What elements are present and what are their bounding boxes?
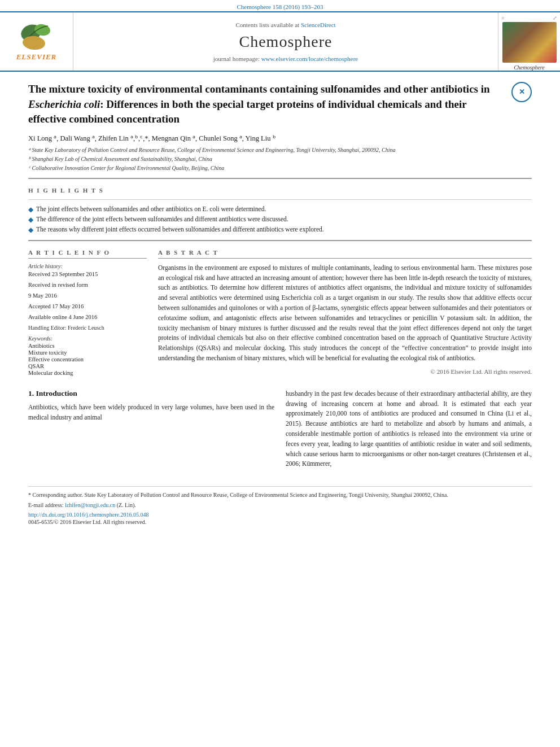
journal-center-info: Contents lists available at ScienceDirec… bbox=[73, 12, 498, 71]
available-date: Available online 4 June 2016 bbox=[28, 314, 147, 320]
keyword-3: Effective concentration bbox=[28, 356, 147, 362]
article-title-row: The mixture toxicity of environmental co… bbox=[28, 82, 532, 127]
abstract-text: Organisms in the environment are exposed… bbox=[158, 263, 532, 364]
thumb-top-bar: ≡ ⤢ bbox=[501, 15, 557, 21]
journal-reference-bar: Chemosphere 158 (2016) 193–203 bbox=[0, 0, 560, 11]
elsevier-leaf-icon bbox=[17, 21, 56, 53]
bullet-3: ◆ bbox=[28, 226, 33, 234]
doi-link[interactable]: http://dx.doi.org/10.1016/j.chemosphere.… bbox=[28, 512, 148, 518]
main-content: The mixture toxicity of environmental co… bbox=[0, 72, 560, 535]
intro-section-number: 1. bbox=[28, 389, 34, 397]
article-info-column: A R T I C L E I N F O Article history: R… bbox=[28, 249, 147, 377]
history-label: Article history: bbox=[28, 263, 147, 269]
abstract-column: A B S T R A C T Organisms in the environ… bbox=[158, 249, 532, 377]
article-info-top-rule bbox=[28, 240, 532, 241]
received-date-1: Received 23 September 2015 bbox=[28, 271, 147, 277]
homepage-line: journal homepage: www.elsevier.com/locat… bbox=[213, 55, 358, 62]
authors-line: Xi Long ᵃ, Dali Wang ᵃ, Zhifen Lin ᵃ,ᵇ,ᶜ… bbox=[28, 134, 532, 143]
title-italic-part: Escherichia coli bbox=[28, 98, 100, 110]
intro-right-text: husbandry in the past few decades becaus… bbox=[286, 389, 532, 470]
journal-name: Chemosphere bbox=[239, 33, 333, 51]
highlight-text-1: The joint effects between sulfonamides a… bbox=[36, 206, 266, 212]
intro-right-column: husbandry in the past few decades becaus… bbox=[286, 389, 532, 470]
affiliation-c: ᶜ Collaborative Innovation Center for Re… bbox=[28, 164, 532, 172]
doi-line: http://dx.doi.org/10.1016/j.chemosphere.… bbox=[28, 512, 532, 518]
footnote-email: E-mail address: lzhifen@tongji.edu.cn (Z… bbox=[28, 501, 532, 509]
highlight-item-2: ◆ The difference of the joint effects be… bbox=[28, 216, 532, 224]
highlight-item-1: ◆ The joint effects between sulfonamides… bbox=[28, 206, 532, 214]
thumb-journal-label: Chemosphere bbox=[514, 64, 545, 71]
crossmark-icon[interactable]: ✕ bbox=[511, 82, 532, 102]
received-revised-date: 9 May 2016 bbox=[28, 292, 147, 299]
journal-thumbnail-box: ≡ ⤢ Chemosphere bbox=[498, 12, 560, 71]
intro-heading: 1. Introduction bbox=[28, 389, 274, 398]
highlights-section: H I G H L I G H T S ◆ The joint effects … bbox=[28, 187, 532, 234]
two-column-section: A R T I C L E I N F O Article history: R… bbox=[28, 249, 532, 377]
highlights-label: H I G H L I G H T S bbox=[28, 187, 532, 194]
title-text-part1: The mixture toxicity of environmental co… bbox=[28, 83, 490, 95]
intro-left-column: 1. Introduction Antibiotics, which have … bbox=[28, 389, 274, 470]
intro-section-title: Introduction bbox=[36, 389, 77, 397]
copyright-line: © 2016 Elsevier Ltd. All rights reserved… bbox=[158, 368, 532, 375]
keywords-label: Keywords: bbox=[28, 335, 147, 342]
handling-editor: Handling Editor: Frederic Leusch bbox=[28, 325, 147, 331]
authors-text: Xi Long ᵃ, Dali Wang ᵃ, Zhifen Lin ᵃ,ᵇ,ᶜ… bbox=[28, 134, 276, 142]
highlight-text-3: The reasons why different joint effects … bbox=[36, 226, 324, 233]
bullet-2: ◆ bbox=[28, 216, 33, 224]
keyword-1: Antibiotics bbox=[28, 343, 147, 349]
elsevier-logo-box: ELSEVIER bbox=[0, 12, 73, 71]
page: Chemosphere 158 (2016) 193–203 ELSEVIER … bbox=[0, 0, 560, 747]
accepted-date: Accepted 17 May 2016 bbox=[28, 303, 147, 309]
intro-left-text: Antibiotics, which have been widely prod… bbox=[28, 403, 274, 423]
abstract-label: A B S T R A C T bbox=[158, 249, 532, 256]
affiliation-a: ᵃ State Key Laboratory of Pollution Cont… bbox=[28, 146, 532, 154]
keyword-5: Molecular docking bbox=[28, 370, 147, 376]
sciencedirect-link[interactable]: ScienceDirect bbox=[301, 21, 336, 28]
footer-area: * Corresponding author. State Key Labora… bbox=[28, 486, 532, 525]
abstract-rule bbox=[158, 258, 532, 259]
email-label: E-mail address: bbox=[28, 502, 63, 508]
footnote-star: * Corresponding author. State Key Labora… bbox=[28, 491, 532, 499]
journal-header: ELSEVIER Contents lists available at Sci… bbox=[0, 11, 560, 72]
elsevier-wordmark: ELSEVIER bbox=[16, 53, 57, 62]
keyword-4: QSAR bbox=[28, 363, 147, 369]
journal-cover-image bbox=[502, 22, 557, 63]
article-title: The mixture toxicity of environmental co… bbox=[28, 82, 506, 127]
email-suffix: (Z. Lin). bbox=[117, 502, 136, 508]
keyword-2: Mixture toxicity bbox=[28, 350, 147, 356]
article-info-label: A R T I C L E I N F O bbox=[28, 249, 147, 256]
homepage-url[interactable]: www.elsevier.com/locate/chemosphere bbox=[261, 55, 358, 62]
received-revised-label: Received in revised form bbox=[28, 282, 147, 288]
footer-copyright: 0045-6535/© 2016 Elsevier Ltd. All right… bbox=[28, 519, 532, 525]
highlights-top-rule bbox=[28, 178, 532, 179]
affiliation-b: ᵇ Shanghai Key Lab of Chemical Assessmen… bbox=[28, 155, 532, 163]
highlights-rule bbox=[28, 199, 532, 200]
contents-line: Contents lists available at ScienceDirec… bbox=[235, 21, 335, 28]
journal-ref-text: Chemosphere 158 (2016) 193–203 bbox=[237, 3, 323, 10]
highlight-text-2: The difference of the joint effects betw… bbox=[36, 216, 288, 222]
article-info-rule bbox=[28, 258, 147, 259]
bullet-1: ◆ bbox=[28, 206, 33, 214]
highlight-item-3: ◆ The reasons why different joint effect… bbox=[28, 226, 532, 234]
email-link[interactable]: lzhifen@tongji.edu.cn bbox=[65, 502, 115, 508]
introduction-section: 1. Introduction Antibiotics, which have … bbox=[28, 389, 532, 470]
